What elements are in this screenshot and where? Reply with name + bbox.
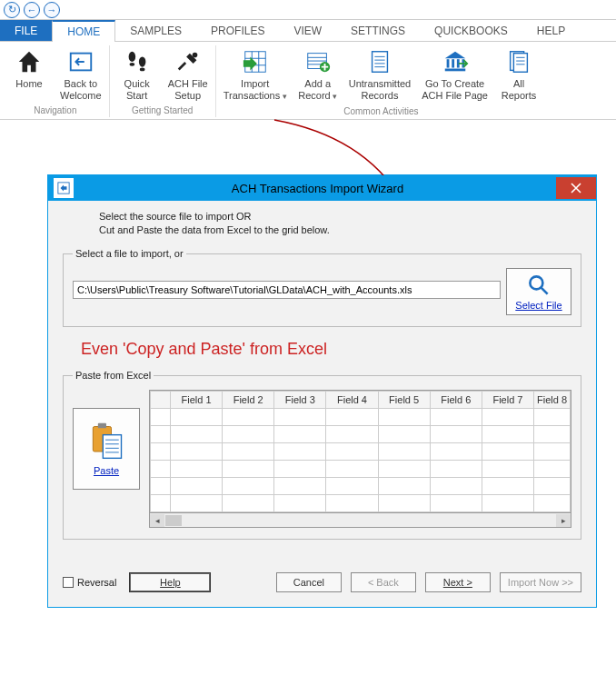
grid-col-3[interactable]: Field 3 [274, 392, 326, 409]
paste-group: Paste from Excel Paste [63, 370, 581, 540]
annotation-text: Even 'Copy and Paste' from Excel [81, 340, 581, 359]
grid-col-8[interactable]: Field 8 [534, 392, 571, 409]
window-title: ACH Transactions Import Wizard [79, 182, 556, 195]
tab-samples[interactable]: SAMPLES [115, 20, 196, 41]
svg-point-3 [139, 56, 146, 66]
menu-bar: FILE HOME SAMPLES PROFILES VIEW SETTINGS… [0, 20, 616, 42]
reversal-checkbox[interactable]: Reversal [63, 577, 116, 588]
ribbon-home-label: Home [15, 78, 42, 89]
close-icon [571, 183, 581, 194]
ribbon-add-record-button[interactable]: Add aRecord [293, 45, 343, 104]
ribbon-goto-create-button[interactable]: Go To CreateACH File Page [416, 45, 493, 104]
next-button[interactable]: Next > [425, 572, 491, 592]
ribbon-all-reports-button[interactable]: AllReports [493, 45, 544, 104]
table-row[interactable] [151, 443, 571, 461]
horizontal-scrollbar[interactable]: ◂ ▸ [149, 513, 571, 528]
svg-point-32 [530, 276, 542, 289]
svg-point-1 [128, 52, 135, 62]
svg-rect-27 [513, 54, 527, 73]
scroll-right-icon[interactable]: ▸ [556, 514, 571, 527]
table-row[interactable] [151, 461, 571, 478]
tab-help[interactable]: HELP [522, 20, 580, 41]
paste-button[interactable]: Paste [73, 408, 140, 490]
reports-icon [504, 47, 533, 76]
back-welcome-icon [66, 47, 95, 76]
tools-icon [174, 47, 203, 76]
home-icon [15, 47, 44, 76]
annotation-arrow [0, 120, 616, 174]
import-now-button[interactable]: Import Now >> [500, 572, 581, 592]
checkbox-icon [63, 577, 74, 588]
records-icon [365, 47, 394, 76]
svg-rect-21 [446, 59, 449, 67]
footsteps-icon [123, 47, 152, 76]
ribbon-untransmitted-button[interactable]: UntransmittedRecords [343, 45, 416, 104]
ribbon-group-common: ImportTransactions Add aRecord Untransmi… [216, 45, 546, 117]
svg-rect-36 [103, 435, 121, 459]
clipboard-icon [86, 422, 126, 462]
tab-file[interactable]: FILE [0, 20, 52, 41]
window-icon [54, 178, 74, 198]
tab-profiles[interactable]: PROFILES [196, 20, 279, 41]
cancel-button[interactable]: Cancel [276, 572, 342, 592]
close-button[interactable] [556, 177, 596, 199]
svg-rect-22 [452, 59, 454, 67]
paste-label: Paste [94, 465, 119, 476]
file-path-input[interactable] [73, 281, 501, 299]
tab-quickbooks[interactable]: QUICKBOOKS [420, 20, 522, 41]
paste-legend: Paste from Excel [73, 370, 154, 381]
svg-rect-35 [98, 423, 106, 429]
grid-rowheader-col [151, 392, 171, 409]
svg-line-33 [541, 288, 548, 294]
svg-point-5 [192, 53, 197, 58]
select-file-button[interactable]: Select File [506, 268, 571, 315]
table-row[interactable] [151, 478, 571, 495]
select-file-group: Select a file to import, or Select File [63, 248, 581, 327]
ribbon-import-button[interactable]: ImportTransactions [218, 45, 293, 104]
nav-forward-button[interactable]: → [44, 2, 60, 18]
wizard-window: ACH Transactions Import Wizard Select th… [47, 174, 597, 608]
svg-rect-25 [444, 69, 465, 72]
ribbon-back-welcome-button[interactable]: Back toWelcome [55, 45, 107, 104]
add-record-icon [303, 47, 333, 76]
nav-back-button[interactable]: ← [24, 2, 40, 18]
grid-col-1[interactable]: Field 1 [171, 392, 223, 409]
ribbon-group-getting-started: QuickStart ACH FileSetup Getting Started [110, 45, 216, 117]
svg-point-2 [129, 63, 134, 66]
back-button[interactable]: < Back [351, 572, 416, 592]
select-file-legend: Select a file to import, or [73, 248, 186, 259]
table-row[interactable] [151, 409, 571, 426]
import-icon [241, 47, 270, 76]
wizard-body: Select the source file to import OR Cut … [48, 201, 596, 607]
svg-point-4 [139, 68, 144, 72]
help-button[interactable]: Help [129, 572, 211, 592]
title-bar[interactable]: ACH Transactions Import Wizard [48, 175, 596, 201]
scroll-left-icon[interactable]: ◂ [150, 514, 164, 527]
quickaccess-toolbar: ↻ ← → [0, 0, 616, 20]
grid-col-5[interactable]: Field 5 [378, 392, 430, 409]
tab-view[interactable]: VIEW [279, 20, 336, 41]
grid-col-6[interactable]: Field 6 [430, 392, 482, 409]
tab-settings[interactable]: SETTINGS [336, 20, 420, 41]
data-grid[interactable]: Field 1 Field 2 Field 3 Field 4 Field 5 … [149, 390, 571, 513]
table-row[interactable] [151, 495, 571, 512]
grid-col-4[interactable]: Field 4 [326, 392, 378, 409]
wizard-footer: Reversal Help Cancel < Back Next > Impor… [63, 552, 581, 592]
svg-rect-16 [373, 52, 388, 73]
reversal-label: Reversal [77, 577, 116, 588]
scroll-thumb[interactable] [165, 515, 182, 526]
grid-col-7[interactable]: Field 7 [482, 392, 533, 409]
ribbon-quick-start-button[interactable]: QuickStart [112, 45, 163, 104]
search-icon [526, 273, 551, 298]
tab-home[interactable]: HOME [52, 20, 115, 42]
nav-undo-button[interactable]: ↻ [4, 2, 20, 18]
grid-col-2[interactable]: Field 2 [223, 392, 274, 409]
bank-icon [441, 47, 470, 76]
ribbon-group-navigation: Home Back toWelcome Navigation [2, 45, 110, 117]
table-row[interactable] [151, 426, 571, 443]
ribbon-home-button[interactable]: Home [4, 45, 55, 104]
select-file-label: Select File [515, 300, 561, 311]
ribbon-ach-setup-button[interactable]: ACH FileSetup [163, 45, 214, 104]
